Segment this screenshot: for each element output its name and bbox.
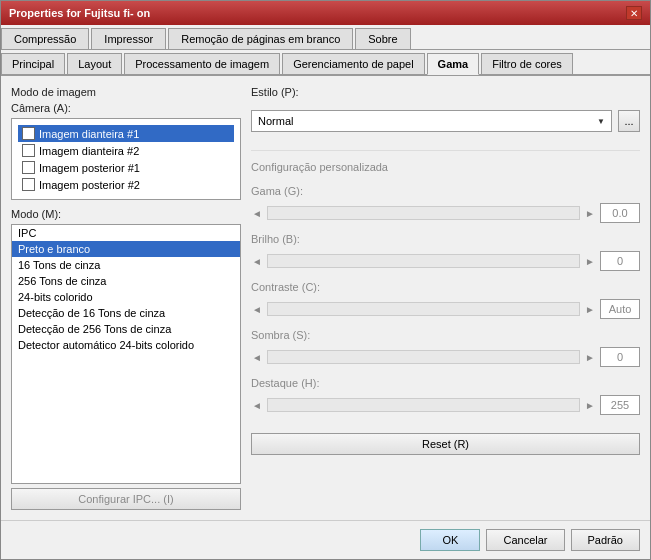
- title-bar: Properties for Fujitsu fi- on ✕: [1, 1, 650, 25]
- sombra-row: ◄ ► 0: [251, 347, 640, 367]
- camera-label-3: Imagem posterior #2: [39, 179, 140, 191]
- camera-item-2[interactable]: Imagem posterior #1: [18, 159, 234, 176]
- sombra-left-arrow[interactable]: ◄: [251, 352, 263, 363]
- sombra-slider[interactable]: [267, 350, 580, 364]
- mode-detauto[interactable]: Detector automático 24-bits colorido: [12, 337, 240, 353]
- gama-label: Gama (G):: [251, 185, 331, 197]
- padrao-button[interactable]: Padrão: [571, 529, 640, 551]
- ok-button[interactable]: OK: [420, 529, 480, 551]
- camera-label-0: Imagem dianteira #1: [39, 128, 139, 140]
- cancel-button[interactable]: Cancelar: [486, 529, 564, 551]
- sombra-right-arrow[interactable]: ►: [584, 352, 596, 363]
- brilho-row: ◄ ► 0: [251, 251, 640, 271]
- configurar-ipc-button[interactable]: Configurar IPC... (I): [11, 488, 241, 510]
- destaque-left-arrow[interactable]: ◄: [251, 400, 263, 411]
- camera-list: ✓ Imagem dianteira #1 Imagem dianteira #…: [11, 118, 241, 200]
- gama-left-arrow[interactable]: ◄: [251, 208, 263, 219]
- mode-det256[interactable]: Detecção de 256 Tons de cinza: [12, 321, 240, 337]
- gama-value: 0.0: [600, 203, 640, 223]
- separator: [251, 150, 640, 151]
- config-personalizada-label: Configuração personalizada: [251, 161, 640, 173]
- modo-imagem-label: Modo de imagem: [11, 86, 241, 98]
- tab-layout[interactable]: Layout: [67, 53, 122, 74]
- tab-gama[interactable]: Gama: [427, 53, 480, 75]
- estilo-select[interactable]: Normal ▼: [251, 110, 612, 132]
- checkbox-posterior2[interactable]: [22, 178, 35, 191]
- tab-remocao[interactable]: Remoção de páginas em branco: [168, 28, 353, 49]
- window-title: Properties for Fujitsu fi- on: [9, 7, 150, 19]
- brilho-value: 0: [600, 251, 640, 271]
- checkbox-dianteira1[interactable]: ✓: [22, 127, 35, 140]
- gama-right-arrow[interactable]: ►: [584, 208, 596, 219]
- mode-ipc[interactable]: IPC: [12, 225, 240, 241]
- reset-button[interactable]: Reset (R): [251, 433, 640, 455]
- destaque-slider[interactable]: [267, 398, 580, 412]
- tab-impressor[interactable]: Impressor: [91, 28, 166, 49]
- select-arrow-icon: ▼: [597, 117, 605, 126]
- brilho-right-arrow[interactable]: ►: [584, 256, 596, 267]
- contraste-slider[interactable]: [267, 302, 580, 316]
- camera-label-1: Imagem dianteira #2: [39, 145, 139, 157]
- close-button[interactable]: ✕: [626, 6, 642, 20]
- tab-processamento[interactable]: Processamento de imagem: [124, 53, 280, 74]
- tab-filtro[interactable]: Filtro de cores: [481, 53, 573, 74]
- dots-button[interactable]: ...: [618, 110, 640, 132]
- sombra-value: 0: [600, 347, 640, 367]
- mode-det16[interactable]: Detecção de 16 Tons de cinza: [12, 305, 240, 321]
- main-window: Properties for Fujitsu fi- on ✕ Compress…: [0, 0, 651, 560]
- left-panel: Modo de imagem Câmera (A): ✓ Imagem dian…: [11, 86, 241, 510]
- camera-label-2: Imagem posterior #1: [39, 162, 140, 174]
- mode-list[interactable]: IPC Preto e branco 16 Tons de cinza 256 …: [11, 224, 241, 484]
- main-content: Modo de imagem Câmera (A): ✓ Imagem dian…: [1, 76, 650, 520]
- gama-slider[interactable]: [267, 206, 580, 220]
- sombra-label: Sombra (S):: [251, 329, 331, 341]
- contraste-label: Contraste (C):: [251, 281, 331, 293]
- camera-section: Modo de imagem Câmera (A): ✓ Imagem dian…: [11, 86, 241, 200]
- right-panel: Estilo (P): Normal ▼ ... Configuração pe…: [251, 86, 640, 510]
- tab-compressao[interactable]: Compressão: [1, 28, 89, 49]
- contraste-right-arrow[interactable]: ►: [584, 304, 596, 315]
- camera-item-3[interactable]: Imagem posterior #2: [18, 176, 234, 193]
- tab-gerenciamento[interactable]: Gerenciamento de papel: [282, 53, 424, 74]
- estilo-row: Normal ▼ ...: [251, 110, 640, 132]
- tab-sobre[interactable]: Sobre: [355, 28, 410, 49]
- destaque-label: Destaque (H):: [251, 377, 331, 389]
- bottom-tabs: Principal Layout Processamento de imagem…: [1, 50, 650, 76]
- destaque-right-arrow[interactable]: ►: [584, 400, 596, 411]
- brilho-left-arrow[interactable]: ◄: [251, 256, 263, 267]
- mode-preto[interactable]: Preto e branco: [12, 241, 240, 257]
- mode-24bits[interactable]: 24-bits colorido: [12, 289, 240, 305]
- mode-256tons[interactable]: 256 Tons de cinza: [12, 273, 240, 289]
- contraste-row: ◄ ► Auto: [251, 299, 640, 319]
- estilo-value: Normal: [258, 115, 293, 127]
- camera-item-1[interactable]: Imagem dianteira #2: [18, 142, 234, 159]
- tab-principal[interactable]: Principal: [1, 53, 65, 74]
- top-tabs: Compressão Impressor Remoção de páginas …: [1, 25, 650, 50]
- estilo-label: Estilo (P):: [251, 86, 299, 98]
- mode-label: Modo (M):: [11, 208, 241, 220]
- checkbox-dianteira2[interactable]: [22, 144, 35, 157]
- mode-section: Modo (M): IPC Preto e branco 16 Tons de …: [11, 208, 241, 510]
- checkbox-posterior1[interactable]: [22, 161, 35, 174]
- destaque-value: 255: [600, 395, 640, 415]
- brilho-slider[interactable]: [267, 254, 580, 268]
- mode-16tons[interactable]: 16 Tons de cinza: [12, 257, 240, 273]
- destaque-row: ◄ ► 255: [251, 395, 640, 415]
- camera-sublabel: Câmera (A):: [11, 102, 241, 114]
- camera-item-0[interactable]: ✓ Imagem dianteira #1: [18, 125, 234, 142]
- gama-row: ◄ ► 0.0: [251, 203, 640, 223]
- contraste-value: Auto: [600, 299, 640, 319]
- brilho-label: Brilho (B):: [251, 233, 331, 245]
- bottom-bar: OK Cancelar Padrão: [1, 520, 650, 559]
- contraste-left-arrow[interactable]: ◄: [251, 304, 263, 315]
